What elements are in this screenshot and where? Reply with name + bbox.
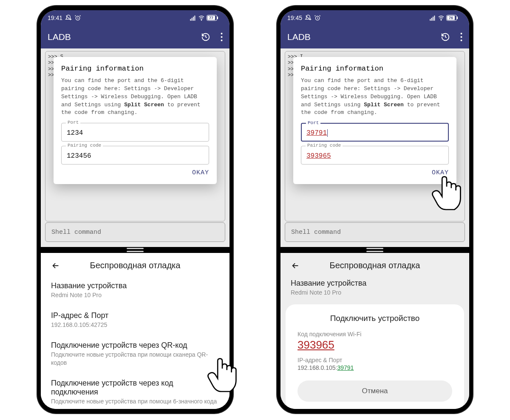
battery-text: 76 <box>449 16 453 20</box>
screen-left: 19:41 77 LADB >>> S <box>41 10 230 409</box>
history-icon[interactable] <box>201 32 210 42</box>
shell-placeholder: Shell command <box>51 229 101 236</box>
settings-panel: Беспроводная отладка Название устройства… <box>280 253 469 409</box>
okay-button[interactable]: OKAY <box>192 169 209 176</box>
svg-point-17 <box>441 20 441 20</box>
cancel-button[interactable]: Отмена <box>298 380 452 402</box>
clock-text: 19:41 <box>48 14 62 21</box>
wifi-icon <box>198 14 205 21</box>
svg-rect-2 <box>192 18 193 21</box>
app-bar: LADB <box>280 26 469 48</box>
wifi-icon <box>438 14 445 21</box>
device-name-label: Название устройства <box>291 279 459 288</box>
signal-icon <box>190 14 196 21</box>
pair-code-item[interactable]: Подключение устройств через код подключе… <box>41 373 230 409</box>
port-input[interactable]: 1234 <box>67 129 204 137</box>
svg-point-10 <box>221 36 223 38</box>
ladb-panel: >>> I >>> I >>> I >>> I Shell command Pa… <box>280 48 469 247</box>
dialog-body: You can find the port and the 6-digit pa… <box>61 77 209 117</box>
text-cursor <box>327 129 328 137</box>
svg-rect-1 <box>190 19 191 21</box>
notification-off-icon <box>65 14 72 21</box>
settings-panel: Беспроводная отладка Название устройства… <box>41 253 230 409</box>
pairing-dialog: Pairing information You can find the por… <box>54 57 217 184</box>
device-name-value: Redmi Note 10 Pro <box>51 291 219 299</box>
shell-command-input[interactable]: Shell command <box>45 222 225 242</box>
svg-point-22 <box>461 36 462 38</box>
svg-rect-19 <box>457 17 458 19</box>
port-fieldset: Port 1234 <box>61 123 209 142</box>
app-title: LADB <box>287 32 311 42</box>
dialog-title: Pairing information <box>61 65 209 73</box>
pair-qr-sub: Подключите новые устройства при помощи с… <box>51 351 219 367</box>
svg-point-5 <box>201 20 201 20</box>
port-number: 39791 <box>337 364 354 371</box>
pairing-code-fieldset: Pairing code 123456 <box>61 146 209 165</box>
ip-port-label: IP-адрес & Порт <box>298 357 452 363</box>
ip-port-item[interactable]: IP-адрес & Порт 192.168.0.105:42725 <box>41 305 230 335</box>
svg-point-11 <box>221 40 223 41</box>
pairing-code-input[interactable]: 393965 <box>306 152 443 160</box>
shell-command-input[interactable]: Shell command <box>285 222 465 242</box>
settings-title: Беспроводная отладка <box>291 261 459 270</box>
device-name-value: Redmi Note 10 Pro <box>291 289 459 297</box>
status-bar: 19:41 77 <box>41 10 230 26</box>
pairing-dialog: Pairing information You can find the por… <box>293 57 456 184</box>
svg-rect-16 <box>434 16 435 21</box>
notification-off-icon <box>305 14 312 21</box>
svg-rect-14 <box>431 18 432 21</box>
split-screen-divider[interactable] <box>41 247 230 253</box>
split-screen-divider[interactable] <box>280 247 469 253</box>
signal-icon <box>429 14 436 21</box>
pair-code-sub: Подключите новые устройства при помощи 6… <box>51 397 219 406</box>
screen-right: 19:45 76 LADB >>> I <box>280 10 469 409</box>
svg-point-23 <box>461 40 462 41</box>
svg-point-9 <box>221 33 223 34</box>
battery-indicator: 77 <box>207 15 223 21</box>
more-vert-icon[interactable] <box>460 32 462 42</box>
port-input[interactable]: 39791 <box>306 129 327 137</box>
phone-frame-left: 19:41 77 LADB >>> S <box>37 6 233 413</box>
svg-rect-13 <box>430 19 431 21</box>
alarm-icon <box>74 14 81 21</box>
status-bar: 19:45 76 <box>280 10 469 26</box>
pairing-code-label: Pairing code <box>66 143 103 148</box>
pair-qr-label: Подключение устройств через QR-код <box>51 341 219 350</box>
wifi-code-value: 393965 <box>298 338 452 352</box>
more-vert-icon[interactable] <box>221 32 223 42</box>
svg-rect-7 <box>217 17 218 19</box>
pair-qr-item[interactable]: Подключение устройств через QR-код Подкл… <box>41 335 230 373</box>
svg-rect-15 <box>433 17 434 20</box>
port-label: Port <box>66 120 80 125</box>
ip-port-value: 192.168.0.105:42725 <box>51 321 219 329</box>
device-name-label: Название устройства <box>51 281 219 290</box>
port-fieldset: Port 39791 <box>301 123 449 142</box>
battery-indicator: 76 <box>446 15 462 21</box>
pair-code-label: Подключение устройств через код подключе… <box>51 379 219 397</box>
shell-placeholder: Shell command <box>291 229 341 236</box>
okay-button[interactable]: OKAY <box>432 169 449 176</box>
app-bar: LADB <box>41 26 230 48</box>
svg-rect-3 <box>193 17 194 20</box>
dialog-body: You can find the port and the 6-digit pa… <box>301 77 449 117</box>
svg-point-21 <box>461 33 462 34</box>
settings-title: Беспроводная отладка <box>51 261 219 270</box>
ip-port-value: 192.168.0.105:39791 <box>298 364 452 371</box>
pairing-code-label: Pairing code <box>306 143 343 148</box>
ip-port-label: IP-адрес & Порт <box>51 311 219 320</box>
pairing-code-input[interactable]: 123456 <box>67 152 204 160</box>
history-icon[interactable] <box>441 32 450 42</box>
wifi-code-label: Код подключения Wi-Fi <box>298 331 452 338</box>
ladb-panel: >>> S >>> I >>> V >>> I Shell command Pa… <box>41 48 230 247</box>
connect-device-card: Подключить устройство Код подключения Wi… <box>286 304 464 409</box>
clock-text: 19:45 <box>287 14 302 21</box>
svg-rect-4 <box>194 16 195 21</box>
connect-title: Подключить устройство <box>298 314 452 323</box>
app-title: LADB <box>48 32 71 42</box>
pairing-code-fieldset: Pairing code 393965 <box>301 146 449 165</box>
port-label: Port <box>306 120 320 125</box>
dialog-title: Pairing information <box>301 65 449 73</box>
phone-frame-right: 19:45 76 LADB >>> I <box>277 6 473 413</box>
device-name-item[interactable]: Название устройства Redmi Note 10 Pro <box>41 275 230 305</box>
device-name-item[interactable]: Название устройства Redmi Note 10 Pro <box>280 275 469 300</box>
